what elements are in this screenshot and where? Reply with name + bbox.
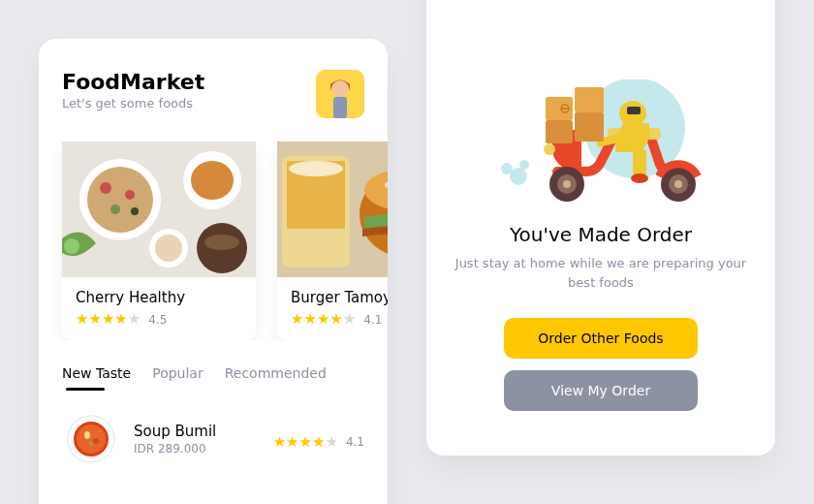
success-title: You've Made Order: [450, 223, 752, 246]
view-order-button[interactable]: View My Order: [504, 370, 698, 411]
list-item-body: Soup Bumil IDR 289.000: [134, 423, 216, 456]
svg-point-1: [332, 80, 348, 98]
svg-point-9: [131, 207, 139, 215]
svg-point-5: [87, 167, 153, 233]
tab-new-taste[interactable]: New Taste: [62, 365, 131, 391]
svg-point-7: [125, 190, 135, 200]
tab-recommended[interactable]: Recommended: [225, 365, 327, 391]
rating-value: 4.5: [148, 313, 167, 327]
list-item[interactable]: Soup Bumil IDR 289.000 ★★★★★ 4.1: [62, 410, 364, 468]
svg-rect-48: [546, 120, 573, 143]
order-success-content: You've Made Order Just stay at home whil…: [426, 79, 775, 446]
svg-rect-44: [627, 107, 641, 114]
svg-point-13: [204, 235, 239, 250]
svg-point-16: [155, 235, 182, 262]
svg-point-31: [89, 442, 93, 446]
home-screen: FoodMarket Let's get some foods: [39, 39, 388, 504]
svg-point-6: [100, 182, 111, 194]
svg-point-28: [77, 425, 106, 454]
rating: ★★★★★ 4.1: [291, 312, 388, 327]
svg-point-53: [544, 143, 555, 155]
app-subtitle: Let's get some foods: [62, 96, 204, 110]
app-title: FoodMarket: [62, 70, 204, 94]
header-text: FoodMarket Let's get some foods: [62, 70, 204, 110]
food-thumb: [62, 410, 120, 468]
food-image: [62, 142, 256, 277]
svg-point-11: [191, 161, 234, 200]
tabs: New Taste Popular Recommended: [39, 340, 388, 398]
stars: ★★★★★: [291, 312, 356, 327]
svg-rect-45: [633, 149, 646, 176]
food-carousel[interactable]: Cherry Healthy ★★★★★ 4.5: [39, 142, 388, 340]
food-price: IDR 289.000: [134, 442, 216, 456]
stars: ★★★★★: [273, 435, 338, 450]
rating-value: 4.1: [346, 435, 364, 449]
tab-popular[interactable]: Popular: [152, 365, 204, 391]
food-card[interactable]: Burger Tamoyaki ★★★★★ 4.1: [277, 142, 388, 340]
svg-point-29: [84, 431, 90, 439]
svg-point-8: [110, 205, 120, 214]
svg-rect-2: [333, 97, 347, 118]
rating-value: 4.1: [363, 313, 382, 327]
svg-rect-49: [575, 87, 604, 112]
svg-point-30: [93, 438, 99, 444]
stars: ★★★★★: [76, 312, 141, 327]
svg-rect-50: [575, 112, 604, 142]
food-title: Burger Tamoyaki: [291, 289, 388, 306]
delivery-illustration: [450, 79, 752, 205]
svg-point-42: [674, 180, 682, 188]
food-title: Cherry Healthy: [76, 289, 242, 306]
svg-point-20: [289, 161, 343, 176]
svg-point-39: [563, 180, 571, 188]
avatar[interactable]: [316, 70, 364, 118]
food-image: [277, 142, 388, 277]
svg-point-35: [519, 160, 529, 170]
order-other-button[interactable]: Order Other Foods: [504, 318, 698, 359]
svg-point-14: [64, 238, 79, 254]
svg-point-34: [501, 163, 513, 174]
success-subtitle: Just stay at home while we are preparing…: [450, 254, 752, 293]
food-title: Soup Bumil: [134, 423, 216, 440]
svg-point-46: [631, 173, 648, 183]
food-card[interactable]: Cherry Healthy ★★★★★ 4.5: [62, 142, 256, 340]
rating: ★★★★★ 4.1: [273, 435, 364, 450]
food-list: Soup Bumil IDR 289.000 ★★★★★ 4.1: [39, 398, 388, 480]
food-card-body: Burger Tamoyaki ★★★★★ 4.1: [277, 277, 388, 340]
order-success-screen: You've Made Order Just stay at home whil…: [426, 0, 775, 456]
rating: ★★★★★ 4.5: [76, 312, 242, 327]
food-card-body: Cherry Healthy ★★★★★ 4.5: [62, 277, 256, 340]
header: FoodMarket Let's get some foods: [39, 39, 388, 142]
